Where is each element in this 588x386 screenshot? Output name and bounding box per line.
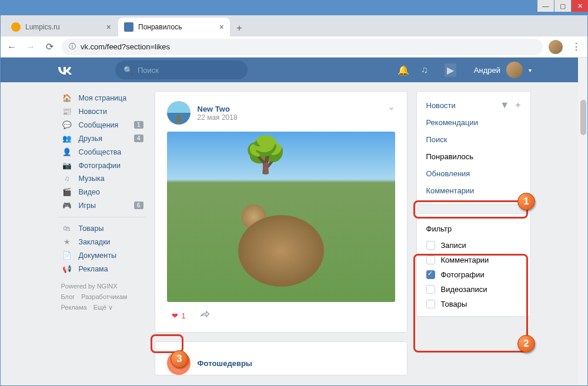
user-menu-button[interactable]: Андрей ▾ [474,62,587,78]
search-placeholder: Поиск [138,66,159,75]
filter-row-3[interactable]: Видеозаписи [417,282,530,297]
nav-label: Видео [79,188,101,196]
post-actions: ❤ 1 [167,309,395,323]
nav-label: Игры [79,202,96,210]
filter-row-2[interactable]: Фотографии [417,267,530,282]
nav-item2-1[interactable]: ★Закладки [58,235,146,249]
nav-item-5[interactable]: 📷Фотографии [58,159,146,172]
sidebar-item-recs[interactable]: Рекомендации [417,114,530,131]
like-button[interactable]: ❤ 1 [167,309,191,323]
nav-icon: 🎬 [61,187,73,196]
filter-label: Видеозаписи [441,285,487,294]
search-icon: 🔍 [123,66,133,75]
sidebar-tabs: Новости ▼ + Рекомендации Поиск Понравило… [416,91,531,204]
filter-row-1[interactable]: Комментарии [417,253,530,267]
nav-icon: ★ [61,237,73,246]
browser-menu-button[interactable]: ⋮ [570,41,583,53]
checkbox[interactable] [426,256,435,264]
nav-item-3[interactable]: 👥Друзья4 [58,132,146,145]
like-count: 1 [182,311,186,320]
forward-button[interactable]: → [24,41,37,53]
music-icon[interactable]: ♫ [421,65,433,75]
heart-icon: ❤ [172,311,178,320]
sidebar-item-updates[interactable]: Обновления [417,165,530,182]
window-maximize-button[interactable]: ▢ [554,0,571,12]
nav-item2-2[interactable]: 📄Документы [58,249,146,262]
nav-item-1[interactable]: 📰Новости [58,105,146,118]
nav-icon: 📰 [61,107,73,116]
reload-button[interactable]: ⟳ [43,41,56,53]
back-button[interactable]: ← [5,41,18,53]
filter-row-0[interactable]: Записи [417,238,530,253]
sidebar-item-news[interactable]: Новости [426,101,495,110]
nav-item-0[interactable]: 🏠Моя страница [58,91,146,105]
plus-icon[interactable]: + [515,100,520,110]
nav-item-2[interactable]: 💬Сообщения1 [58,118,146,132]
footer-link-ads[interactable]: Реклама [61,304,87,311]
nav-icon: 👥 [61,134,73,143]
browser-tab-vk[interactable]: Понравилось × [118,18,230,36]
vk-header: 🔍 Поиск 🔔 ♫ ▶ Андрей ▾ [1,58,587,82]
nav-item-4[interactable]: 👤Сообщества [58,145,146,159]
profile-avatar-button[interactable] [549,40,563,54]
nav-item2-3[interactable]: 📢Реклама [58,262,146,276]
post-author-link[interactable]: Фотошедевры [198,359,252,368]
checkbox[interactable] [426,300,435,308]
user-name: Андрей [474,66,500,75]
post-author-avatar[interactable] [167,351,191,375]
nav-icon: ♫ [61,174,73,183]
share-button[interactable] [199,310,211,323]
nav-label: Сообщения [79,121,119,129]
nav-label: Фотографии [79,162,121,170]
notifications-icon[interactable]: 🔔 [397,65,409,76]
filter-label: Фотографии [441,270,485,279]
checkbox[interactable] [426,270,435,279]
footer-link-more[interactable]: Ещё ∨ [93,304,113,311]
new-tab-button[interactable]: + [231,20,248,36]
post-author-avatar[interactable] [167,101,191,125]
vk-logo[interactable] [1,65,83,75]
feed-column: New Two 22 мая 2018 ⌄ 🌳 ❤ 1 [155,91,407,384]
sidebar-item-comments[interactable]: Комментарии [417,182,530,199]
address-bar[interactable]: ⓘ vk.com/feed?section=likes [62,39,543,55]
sidebar-item-liked[interactable]: Понравилось [417,148,530,165]
browser-tab-lumpics[interactable]: Lumpics.ru × [5,18,117,36]
nav-item-7[interactable]: 🎬Видео [58,185,146,199]
lock-icon: ⓘ [69,42,76,52]
url-text: vk.com/feed?section=likes [81,42,170,51]
nav-icon: 💬 [61,120,73,129]
filter-row-4[interactable]: Товары [417,297,530,311]
window-close-button[interactable]: ✕ [572,0,588,12]
filter-heading: Фильтр [417,219,530,238]
nav-icon: 📢 [61,264,73,273]
close-icon[interactable]: × [106,22,111,32]
footer-link-dev[interactable]: Разработчикам [81,293,127,300]
filter-icon[interactable]: ▼ [500,100,509,110]
nav-item2-0[interactable]: 🛍Товары [58,222,146,235]
vk-page: 🔍 Поиск 🔔 ♫ ▶ Андрей ▾ 🏠Моя страница📰Нов… [1,58,587,385]
window-minimize-button[interactable]: — [537,0,554,12]
nav-label: Музыка [79,174,105,183]
post-menu-button[interactable]: ⌄ [387,101,395,112]
filter-label: Записи [441,241,466,250]
post-author-link[interactable]: New Two [198,105,238,113]
filter-label: Комментарии [441,256,489,264]
footer-link-blog[interactable]: Блог [61,293,75,300]
scrollbar-thumb[interactable] [580,100,586,135]
nav-label: Сообщества [79,148,122,156]
feed-post: New Two 22 мая 2018 ⌄ 🌳 ❤ 1 [155,91,407,333]
chevron-down-icon: ▾ [529,67,532,73]
sidebar-item-search[interactable]: Поиск [417,131,530,148]
filter-box: Фильтр ЗаписиКомментарииФотографииВидеоз… [416,213,531,317]
search-input[interactable]: 🔍 Поиск [115,61,248,79]
post-date: 22 мая 2018 [198,113,238,122]
post-image[interactable]: 🌳 [167,132,395,302]
nav-icon: 🛍 [61,224,73,233]
close-icon[interactable]: × [219,22,224,32]
play-icon[interactable]: ▶ [445,63,456,77]
nav-item-8[interactable]: 🎮Игры6 [58,199,146,212]
checkbox[interactable] [426,285,435,294]
favicon-icon [11,22,21,32]
nav-item-6[interactable]: ♫Музыка [58,172,146,185]
checkbox[interactable] [426,241,435,250]
